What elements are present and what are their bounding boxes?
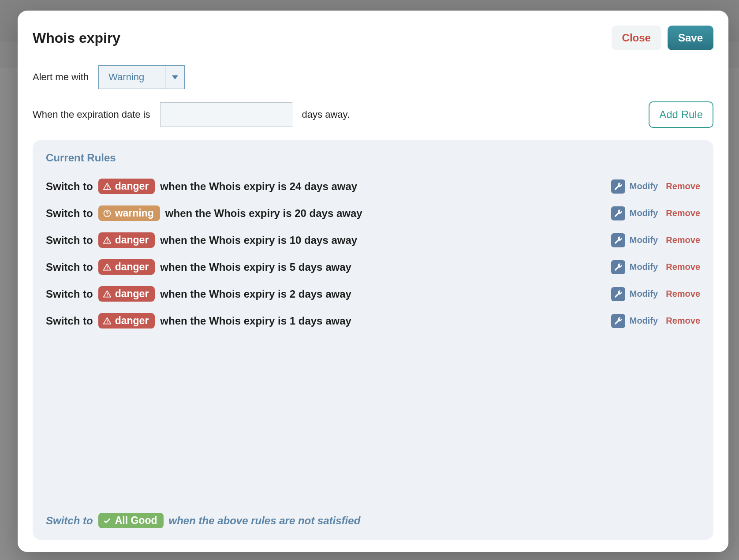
fallback-prefix: Switch to (46, 515, 93, 527)
rule-prefix: Switch to (46, 180, 93, 193)
wrench-icon (614, 236, 623, 245)
svg-point-1 (107, 188, 108, 189)
svg-point-11 (107, 322, 108, 323)
modify-label: Modify (630, 316, 658, 326)
status-badge-label: danger (115, 234, 149, 246)
svg-point-3 (107, 215, 108, 216)
fallback-rule: Switch to All Good when the above rules … (46, 495, 700, 528)
rule-actions: ModifyRemove (611, 206, 700, 220)
rule-actions: ModifyRemove (611, 287, 700, 301)
modify-label: Modify (630, 235, 658, 245)
remove-button[interactable]: Remove (666, 316, 700, 326)
fallback-suffix: when the above rules are not satisfied (169, 515, 361, 527)
remove-button[interactable]: Remove (666, 289, 700, 299)
wrench-icon-box (611, 260, 625, 274)
rule-row: Switch todangerwhen the Whois expiry is … (46, 173, 700, 200)
modify-label: Modify (630, 262, 658, 272)
warning-triangle-icon (103, 263, 112, 272)
wrench-icon (614, 263, 623, 272)
status-badge: danger (98, 313, 155, 329)
remove-button[interactable]: Remove (666, 181, 700, 191)
status-badge: warning (98, 205, 160, 221)
remove-button[interactable]: Remove (666, 235, 700, 245)
modal-header: Whois expiry Close Save (33, 26, 713, 50)
rule-row: Switch todangerwhen the Whois expiry is … (46, 227, 700, 254)
days-row: When the expiration date is days away. A… (33, 101, 713, 128)
wrench-icon-box (611, 233, 625, 247)
modify-button[interactable]: Modify (611, 233, 658, 247)
alert-level-label: Alert me with (33, 71, 89, 83)
svg-point-5 (107, 242, 108, 243)
alert-level-select[interactable]: Warning (98, 65, 185, 89)
rule-condition: when the Whois expiry is 5 days away (160, 261, 351, 273)
rule-row: Switch todangerwhen the Whois expiry is … (46, 307, 700, 334)
rules-list: Switch todangerwhen the Whois expiry is … (46, 173, 700, 334)
status-badge: danger (98, 286, 155, 302)
wrench-icon-box (611, 287, 625, 301)
question-circle-icon (103, 209, 112, 218)
days-suffix: days away. (302, 109, 350, 120)
rule-condition: when the Whois expiry is 10 days away (160, 234, 357, 246)
status-badge-label: danger (115, 261, 149, 273)
chevron-down-icon (165, 66, 184, 89)
close-button[interactable]: Close (612, 26, 661, 50)
all-good-badge-label: All Good (115, 515, 157, 526)
wrench-icon (614, 182, 623, 191)
modify-label: Modify (630, 181, 658, 191)
status-badge-label: danger (115, 288, 149, 300)
add-rule-button[interactable]: Add Rule (649, 101, 713, 128)
rule-condition: when the Whois expiry is 2 days away (160, 288, 351, 300)
rule-prefix: Switch to (46, 234, 93, 246)
wrench-icon-box (611, 206, 625, 220)
status-badge-label: warning (115, 207, 154, 219)
status-badge: danger (98, 259, 155, 275)
rule-prefix: Switch to (46, 261, 93, 273)
current-rules-panel: Current Rules Switch todangerwhen the Wh… (33, 140, 713, 540)
alert-level-row: Alert me with Warning (33, 65, 713, 89)
rule-prefix: Switch to (46, 207, 93, 220)
wrench-icon (614, 290, 623, 299)
rule-row: Switch todangerwhen the Whois expiry is … (46, 280, 700, 307)
modify-label: Modify (630, 208, 658, 218)
remove-button[interactable]: Remove (666, 208, 700, 218)
wrench-icon (614, 317, 623, 325)
modify-button[interactable]: Modify (611, 206, 658, 220)
warning-triangle-icon (103, 182, 112, 191)
current-rules-title: Current Rules (46, 152, 700, 164)
rule-prefix: Switch to (46, 288, 93, 300)
svg-point-9 (107, 295, 108, 296)
rule-actions: ModifyRemove (611, 314, 700, 328)
status-badge-label: danger (115, 180, 149, 192)
wrench-icon-box (611, 179, 625, 194)
modify-button[interactable]: Modify (611, 314, 658, 328)
modal-header-buttons: Close Save (612, 26, 713, 50)
modify-button[interactable]: Modify (611, 260, 658, 274)
whois-expiry-modal: Whois expiry Close Save Alert me with Wa… (18, 11, 728, 552)
status-badge: danger (98, 179, 155, 194)
wrench-icon (614, 209, 623, 218)
check-icon (103, 516, 112, 525)
save-button[interactable]: Save (668, 26, 713, 50)
rule-actions: ModifyRemove (611, 233, 700, 247)
rule-row: Switch towarningwhen the Whois expiry is… (46, 200, 700, 227)
modify-label: Modify (630, 289, 658, 299)
rule-condition: when the Whois expiry is 20 days away (165, 207, 362, 220)
remove-button[interactable]: Remove (666, 262, 700, 272)
rule-condition: when the Whois expiry is 24 days away (160, 180, 357, 193)
rule-condition: when the Whois expiry is 1 days away (160, 315, 351, 327)
rule-actions: ModifyRemove (611, 260, 700, 274)
modify-button[interactable]: Modify (611, 179, 658, 194)
warning-triangle-icon (103, 290, 112, 299)
alert-level-selected-value: Warning (99, 66, 165, 89)
status-badge-label: danger (115, 315, 149, 327)
warning-triangle-icon (103, 236, 112, 245)
expiration-when-label: When the expiration date is (33, 109, 150, 120)
svg-point-7 (107, 269, 108, 269)
modify-button[interactable]: Modify (611, 287, 658, 301)
wrench-icon-box (611, 314, 625, 328)
warning-triangle-icon (103, 317, 112, 325)
rule-actions: ModifyRemove (611, 179, 700, 194)
status-badge: danger (98, 232, 155, 248)
days-input[interactable] (160, 102, 292, 127)
rule-prefix: Switch to (46, 315, 93, 327)
